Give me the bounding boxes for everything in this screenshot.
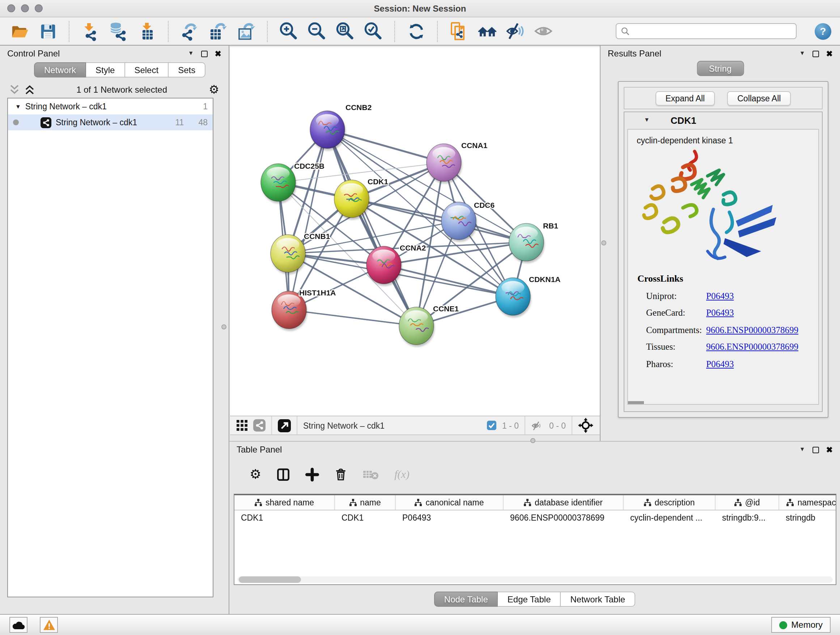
refresh-view-button[interactable] — [405, 20, 427, 42]
export-image-button[interactable] — [235, 20, 257, 42]
expand-all-icon[interactable] — [25, 84, 35, 96]
panel-menu-icon[interactable]: ▼ — [799, 51, 805, 57]
tree-expand-icon[interactable]: ▼ — [15, 103, 21, 110]
close-panel-icon[interactable]: ✖ — [826, 50, 833, 57]
column-header-database-identifier[interactable]: database identifier — [504, 495, 624, 510]
table-horizontal-scrollbar[interactable] — [237, 576, 833, 583]
crosslink-link[interactable]: P06493 — [706, 308, 734, 318]
column-header-namespace[interactable]: namespace — [779, 495, 836, 510]
zoom-fit-content-button[interactable] — [334, 20, 356, 42]
network-node-CCNA2[interactable]: CCNA2 — [366, 244, 426, 286]
help-button[interactable]: ? — [815, 23, 831, 40]
tab-network[interactable]: Network — [34, 62, 86, 78]
float-panel-icon[interactable] — [813, 447, 819, 453]
open-session-button[interactable] — [9, 20, 30, 42]
warnings-button[interactable] — [40, 617, 58, 633]
export-table-button[interactable] — [207, 20, 229, 42]
table-cell[interactable]: 9606.ENSP00000378699 — [504, 510, 624, 526]
show-columns-icon[interactable] — [276, 467, 290, 481]
close-panel-icon[interactable]: ✖ — [826, 446, 833, 454]
crosslink-link[interactable]: 9606.ENSP00000378699 — [706, 342, 798, 353]
network-from-clipboard-button[interactable] — [448, 20, 470, 42]
function-builder-icon[interactable]: f(x) — [394, 468, 409, 480]
import-network-from-file-button[interactable] — [80, 20, 101, 42]
zoom-selected-button[interactable] — [363, 20, 384, 42]
grid-view-icon[interactable] — [237, 420, 248, 431]
table-cell[interactable]: CDK1 — [335, 510, 396, 526]
network-node-RB1[interactable]: RB1 — [509, 222, 558, 263]
network-collection-row[interactable]: ▼ String Network – cdk1 1 — [8, 98, 213, 114]
right-splitter-handle[interactable] — [601, 241, 606, 245]
tab-sets[interactable]: Sets — [169, 62, 205, 78]
network-view-canvas[interactable]: CCNB2CCNA1CDC25BCDK1CDC6RB1CCNB1CCNA2CDK… — [230, 47, 600, 416]
network-node-CDK1[interactable]: CDK1 — [334, 177, 388, 220]
network-edge[interactable] — [289, 310, 416, 326]
column-header-canonical-name[interactable]: canonical name — [396, 495, 504, 510]
network-node-CCNE1[interactable]: CCNE1 — [399, 304, 459, 347]
cloud-status-button[interactable] — [9, 617, 27, 633]
home-button[interactable] — [476, 20, 498, 42]
show-graphics-details-button[interactable] — [532, 20, 554, 42]
collapse-all-button[interactable]: Collapse All — [727, 91, 791, 105]
import-network-from-database-button[interactable] — [108, 20, 129, 42]
network-edge[interactable] — [327, 130, 416, 326]
network-options-gear-icon[interactable]: ⚙ — [209, 84, 219, 96]
crosslink-link[interactable]: P06493 — [706, 291, 734, 302]
network-node-CDC6[interactable]: CDC6 — [441, 201, 494, 242]
hide-graphics-details-button[interactable] — [504, 20, 526, 42]
table-cell[interactable]: stringdb:9... — [715, 510, 779, 526]
tab-edge-table[interactable]: Edge Table — [498, 592, 561, 607]
tab-select[interactable]: Select — [125, 62, 169, 78]
delete-column-icon[interactable] — [334, 467, 347, 481]
network-edge[interactable] — [352, 199, 526, 242]
network-share-icon[interactable] — [253, 419, 265, 432]
column-header--id[interactable]: @id — [715, 495, 779, 510]
birds-eye-view-icon[interactable] — [578, 418, 593, 433]
export-network-button[interactable] — [179, 20, 201, 42]
close-window-button[interactable] — [7, 4, 15, 12]
search-input[interactable] — [633, 27, 791, 35]
network-edge[interactable] — [289, 130, 327, 310]
scrollbar-thumb[interactable] — [239, 576, 301, 583]
column-header-description[interactable]: description — [624, 495, 715, 510]
detach-view-icon[interactable] — [278, 419, 291, 432]
tab-node-table[interactable]: Node Table — [434, 592, 498, 607]
zoom-out-button[interactable] — [306, 20, 328, 42]
tab-network-table[interactable]: Network Table — [561, 592, 636, 607]
column-header-name[interactable]: name — [335, 495, 396, 510]
table-options-gear-icon[interactable]: ⚙ — [249, 468, 261, 481]
collapse-entry-icon[interactable]: ▼ — [644, 117, 650, 123]
float-panel-icon[interactable] — [201, 50, 208, 57]
tab-string[interactable]: String — [697, 61, 744, 76]
selected-checkbox-icon[interactable] — [487, 421, 496, 430]
network-node-CDKN1A[interactable]: CDKN1A — [496, 275, 561, 318]
horizontal-splitter-handle[interactable] — [531, 438, 535, 443]
table-cell[interactable]: cyclin-dependent ... — [624, 510, 715, 526]
panel-menu-icon[interactable]: ▼ — [799, 447, 805, 453]
tab-style[interactable]: Style — [86, 62, 125, 78]
network-node-CCNB2[interactable]: CCNB2 — [310, 103, 371, 150]
table-cell[interactable]: P06493 — [396, 510, 504, 526]
zoom-in-button[interactable] — [278, 20, 300, 42]
network-node-CCNA1[interactable]: CCNA1 — [426, 141, 488, 184]
panel-menu-icon[interactable]: ▼ — [188, 51, 194, 57]
clear-table-icon[interactable] — [363, 469, 379, 480]
save-session-button[interactable] — [37, 20, 58, 42]
table-cell[interactable]: CDK1 — [234, 510, 335, 526]
crosslink-link[interactable]: 9606.ENSP00000378699 — [706, 325, 798, 336]
left-splitter-handle[interactable] — [221, 325, 226, 329]
add-column-icon[interactable] — [305, 467, 319, 481]
memory-button[interactable]: Memory — [771, 617, 831, 633]
table-row[interactable]: CDK1CDK1P064939606.ENSP00000378699cyclin… — [234, 510, 836, 526]
result-scrollbar[interactable] — [628, 401, 644, 404]
network-node-HIST1H1A[interactable]: HIST1H1A — [272, 288, 336, 331]
float-panel-icon[interactable] — [813, 50, 819, 57]
close-panel-icon[interactable]: ✖ — [215, 50, 221, 57]
expand-all-button[interactable]: Expand All — [655, 91, 715, 105]
minimize-window-button[interactable] — [21, 4, 29, 12]
zoom-window-button[interactable] — [35, 4, 43, 12]
node-result-header[interactable]: ▼ CDK1 — [624, 112, 822, 128]
column-header-shared-name[interactable]: shared name — [234, 495, 335, 510]
import-table-from-file-button[interactable] — [136, 20, 158, 42]
crosslink-link[interactable]: P06493 — [706, 359, 734, 370]
